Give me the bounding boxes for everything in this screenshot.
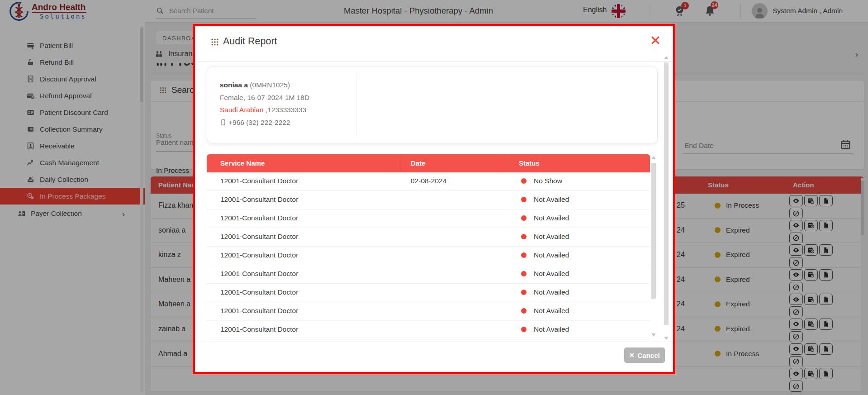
table-row: 12001-Consultant Doctor Not Availed bbox=[207, 302, 650, 321]
phone-icon bbox=[220, 119, 227, 126]
table-row: 12001-Consultant Doctor Not Availed bbox=[207, 321, 650, 339]
close-x-icon bbox=[629, 350, 634, 360]
modal-scrollbar[interactable] bbox=[664, 56, 669, 340]
status-cell: Not Availed bbox=[521, 251, 569, 259]
status-text: Not Availed bbox=[534, 251, 569, 259]
table-row: 12001-Consultant Doctor Not Availed bbox=[207, 209, 650, 228]
service-cell: 12001-Consultant Doctor bbox=[220, 177, 298, 185]
status-text: Not Availed bbox=[534, 214, 569, 222]
patient-name-line: soniaa a (0MRN1025) bbox=[220, 79, 309, 91]
status-dot-red bbox=[521, 252, 526, 258]
cancel-button[interactable]: Cancel bbox=[624, 347, 665, 363]
column-divider bbox=[401, 154, 401, 172]
status-dot-red bbox=[521, 215, 526, 221]
status-cell: Not Availed bbox=[521, 270, 569, 278]
modal-header: Audit Report ✕ bbox=[195, 26, 673, 62]
modal-title: Audit Report bbox=[223, 36, 277, 47]
service-cell: 12001-Consultant Doctor bbox=[220, 233, 298, 241]
audit-report-modal: Audit Report ✕ soniaa a (0MRN1025) Femal… bbox=[193, 24, 675, 374]
service-cell: 12001-Consultant Doctor bbox=[220, 195, 298, 204]
column-divider bbox=[510, 154, 510, 172]
table-row: 12001-Consultant Doctor Not Availed bbox=[207, 228, 650, 247]
status-cell: Not Availed bbox=[521, 288, 569, 296]
patient-demographics: Female, 16-07-2024 1M 18D bbox=[220, 91, 309, 104]
patient-mrn: (0MRN1025) bbox=[250, 81, 290, 89]
table-row: 12001-Consultant Doctor Not Availed bbox=[207, 191, 650, 209]
application-window: Andro Health Solutions Master Hospital -… bbox=[0, 0, 868, 395]
service-cell: 12001-Consultant Doctor bbox=[220, 307, 298, 315]
status-text: Not Availed bbox=[534, 325, 569, 333]
service-cell: 12001-Consultant Doctor bbox=[220, 325, 298, 333]
status-text: Not Availed bbox=[534, 233, 569, 241]
status-text: Not Availed bbox=[534, 195, 569, 204]
status-text: Not Availed bbox=[534, 288, 569, 296]
status-text: Not Availed bbox=[534, 270, 569, 278]
service-cell: 12001-Consultant Doctor bbox=[220, 288, 298, 296]
status-dot-red bbox=[521, 197, 526, 202]
status-cell: Not Availed bbox=[521, 233, 569, 241]
status-cell: No Show bbox=[521, 177, 562, 185]
patient-phone: +966 (32) 222-2222 bbox=[228, 119, 290, 126]
status-text: No Show bbox=[534, 177, 562, 185]
audit-table-header: Service Name Date Status bbox=[207, 154, 650, 172]
patient-name: soniaa a bbox=[220, 81, 248, 89]
status-dot-red bbox=[521, 308, 526, 314]
patient-nationality: Saudi Arabian bbox=[220, 106, 264, 114]
status-dot-red bbox=[521, 327, 526, 332]
table-row: 12001-Consultant Doctor 02-08-2024 No Sh… bbox=[207, 172, 650, 191]
patient-phone-line: +966 (32) 222-2222 bbox=[220, 116, 309, 129]
status-dot-red bbox=[521, 178, 526, 184]
status-cell: Not Availed bbox=[521, 307, 569, 315]
modal-dots-icon bbox=[210, 38, 219, 47]
cancel-button-label: Cancel bbox=[637, 352, 659, 359]
table-scrollbar[interactable] bbox=[651, 156, 656, 337]
card-divider bbox=[356, 73, 356, 137]
status-dot-red bbox=[521, 234, 526, 239]
col-date: Date bbox=[411, 159, 426, 167]
status-text: Not Availed bbox=[534, 307, 569, 315]
modal-footer-divider bbox=[195, 342, 673, 342]
col-status: Status bbox=[519, 159, 540, 167]
service-cell: 12001-Consultant Doctor bbox=[220, 251, 298, 259]
close-icon[interactable]: ✕ bbox=[647, 33, 664, 49]
service-cell: 12001-Consultant Doctor bbox=[220, 270, 298, 278]
patient-national-id: ,1233333333 bbox=[266, 106, 307, 114]
patient-summary-card: soniaa a (0MRN1025) Female, 16-07-2024 1… bbox=[207, 66, 658, 144]
service-cell: 12001-Consultant Doctor bbox=[220, 214, 298, 222]
status-cell: Not Availed bbox=[521, 325, 569, 333]
table-row: 12001-Consultant Doctor Not Availed bbox=[207, 247, 650, 265]
status-cell: Not Availed bbox=[521, 214, 569, 222]
status-dot-red bbox=[521, 290, 526, 295]
col-service-name: Service Name bbox=[220, 159, 265, 167]
audit-table-body: 12001-Consultant Doctor 02-08-2024 No Sh… bbox=[207, 172, 650, 340]
table-row: 12001-Consultant Doctor Not Availed bbox=[207, 265, 650, 284]
status-dot-red bbox=[521, 271, 526, 276]
table-row: 12001-Consultant Doctor Not Availed bbox=[207, 284, 650, 302]
status-cell: Not Availed bbox=[521, 195, 569, 204]
patient-nationality-line: Saudi Arabian ,1233333333 bbox=[220, 104, 309, 116]
date-cell: 02-08-2024 bbox=[411, 177, 446, 185]
